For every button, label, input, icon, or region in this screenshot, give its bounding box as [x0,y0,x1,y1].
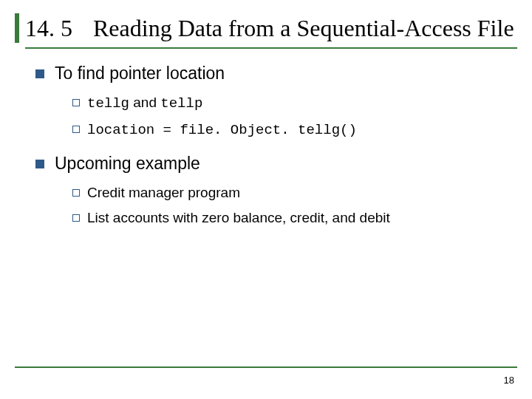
footer-divider [15,366,517,368]
code-text: tellp [160,95,202,112]
sub-list: tellg and tellp location = file. Object.… [55,92,517,140]
section-number: 14. 5 [25,15,72,41]
code-text: tellg [87,95,129,112]
code-text: location = file. Object. tellg() [87,122,357,138]
list-item: To find pointer location tellg and tellp… [35,64,517,140]
list-item-label: To find pointer location [55,64,225,83]
sub-list-item: tellg and tellp [72,92,517,115]
list-item-label: Upcoming example [55,154,200,173]
sub-list: Credit manager program List accounts wit… [55,183,517,228]
plain-text: Credit manager program [87,185,240,200]
sub-list-item: location = file. Object. tellg() [72,119,517,141]
sub-list-item: Credit manager program [72,183,517,203]
sub-list-item: List accounts with zero balance, credit,… [72,208,517,228]
title-text: Reading Data from a Sequential-Access Fi… [93,15,514,41]
plain-text: and [129,95,160,110]
slide-title: 14. 5Reading Data from a Sequential-Acce… [25,13,517,49]
list-item: Upcoming example Credit manager program … [35,154,517,228]
page-number: 18 [504,375,514,386]
bullet-list: To find pointer location tellg and tellp… [15,64,517,228]
plain-text: List accounts with zero balance, credit,… [87,210,390,225]
title-accent-bar [15,13,19,43]
